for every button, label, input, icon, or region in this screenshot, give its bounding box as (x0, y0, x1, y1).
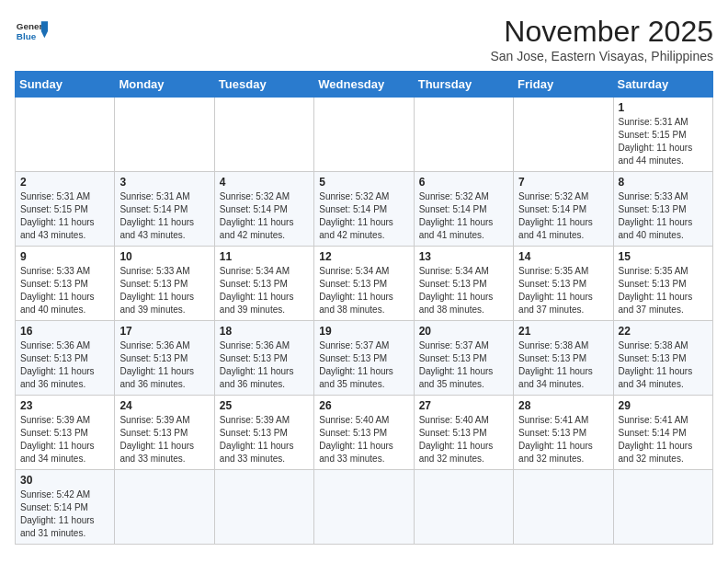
day-info: Sunrise: 5:41 AM Sunset: 5:14 PM Dayligh… (619, 414, 708, 465)
day-info: Sunrise: 5:36 AM Sunset: 5:13 PM Dayligh… (220, 339, 309, 391)
day-number: 2 (20, 176, 109, 189)
calendar-cell (16, 98, 115, 172)
day-info: Sunrise: 5:32 AM Sunset: 5:14 PM Dayligh… (419, 190, 508, 242)
day-number: 4 (220, 176, 309, 189)
logo: General Blue (15, 15, 48, 48)
day-info: Sunrise: 5:37 AM Sunset: 5:13 PM Dayligh… (319, 339, 408, 391)
day-number: 21 (518, 325, 608, 338)
day-number: 14 (518, 250, 608, 263)
calendar-cell: 9Sunrise: 5:33 AM Sunset: 5:13 PM Daylig… (16, 247, 115, 321)
day-number: 9 (20, 250, 109, 263)
svg-text:Blue: Blue (17, 31, 37, 41)
title-area: November 2025 San Jose, Eastern Visayas,… (490, 15, 713, 63)
day-number: 30 (20, 474, 109, 487)
page-header: General Blue November 2025 San Jose, Eas… (15, 15, 713, 63)
calendar-cell: 23Sunrise: 5:39 AM Sunset: 5:13 PM Dayli… (16, 396, 115, 470)
calendar-cell (214, 98, 313, 172)
calendar-cell: 12Sunrise: 5:34 AM Sunset: 5:13 PM Dayli… (314, 247, 414, 321)
calendar-cell: 29Sunrise: 5:41 AM Sunset: 5:14 PM Dayli… (613, 396, 712, 470)
day-info: Sunrise: 5:36 AM Sunset: 5:13 PM Dayligh… (119, 339, 209, 391)
day-number: 22 (619, 325, 708, 338)
header-tuesday: Tuesday (214, 72, 313, 98)
day-number: 1 (619, 101, 708, 114)
calendar-cell: 20Sunrise: 5:37 AM Sunset: 5:13 PM Dayli… (414, 321, 513, 396)
day-info: Sunrise: 5:35 AM Sunset: 5:13 PM Dayligh… (518, 265, 608, 316)
calendar-cell (414, 98, 513, 172)
day-info: Sunrise: 5:36 AM Sunset: 5:13 PM Dayligh… (20, 339, 109, 391)
calendar-cell: 26Sunrise: 5:40 AM Sunset: 5:13 PM Dayli… (314, 396, 414, 470)
header-saturday: Saturday (613, 72, 712, 98)
day-number: 10 (119, 250, 209, 263)
calendar-cell: 30Sunrise: 5:42 AM Sunset: 5:14 PM Dayli… (16, 470, 115, 545)
day-info: Sunrise: 5:32 AM Sunset: 5:14 PM Dayligh… (319, 190, 408, 242)
day-info: Sunrise: 5:32 AM Sunset: 5:14 PM Dayligh… (220, 190, 309, 242)
calendar-cell (314, 98, 414, 172)
calendar-header-row: SundayMondayTuesdayWednesdayThursdayFrid… (16, 72, 713, 98)
day-number: 23 (20, 399, 109, 412)
calendar-table: SundayMondayTuesdayWednesdayThursdayFrid… (15, 71, 713, 545)
calendar-cell: 24Sunrise: 5:39 AM Sunset: 5:13 PM Dayli… (115, 396, 214, 470)
calendar-cell: 4Sunrise: 5:32 AM Sunset: 5:14 PM Daylig… (214, 172, 313, 247)
calendar-cell (514, 98, 613, 172)
day-number: 13 (419, 250, 508, 263)
calendar-cell: 8Sunrise: 5:33 AM Sunset: 5:13 PM Daylig… (613, 172, 712, 247)
svg-marker-3 (41, 31, 48, 38)
calendar-cell: 19Sunrise: 5:37 AM Sunset: 5:13 PM Dayli… (314, 321, 414, 396)
day-info: Sunrise: 5:31 AM Sunset: 5:15 PM Dayligh… (20, 190, 109, 242)
header-wednesday: Wednesday (314, 72, 414, 98)
calendar-cell: 28Sunrise: 5:41 AM Sunset: 5:13 PM Dayli… (514, 396, 613, 470)
calendar-cell (613, 470, 712, 545)
calendar-cell: 3Sunrise: 5:31 AM Sunset: 5:14 PM Daylig… (115, 172, 214, 247)
day-number: 8 (619, 176, 708, 189)
day-info: Sunrise: 5:40 AM Sunset: 5:13 PM Dayligh… (419, 414, 508, 465)
calendar-cell (414, 470, 513, 545)
calendar-week-row: 23Sunrise: 5:39 AM Sunset: 5:13 PM Dayli… (16, 396, 713, 470)
calendar-cell: 11Sunrise: 5:34 AM Sunset: 5:13 PM Dayli… (214, 247, 313, 321)
day-info: Sunrise: 5:34 AM Sunset: 5:13 PM Dayligh… (220, 265, 309, 316)
day-info: Sunrise: 5:39 AM Sunset: 5:13 PM Dayligh… (119, 414, 209, 465)
day-number: 6 (419, 176, 508, 189)
day-info: Sunrise: 5:32 AM Sunset: 5:14 PM Dayligh… (518, 190, 608, 242)
calendar-cell: 15Sunrise: 5:35 AM Sunset: 5:13 PM Dayli… (613, 247, 712, 321)
calendar-cell: 25Sunrise: 5:39 AM Sunset: 5:13 PM Dayli… (214, 396, 313, 470)
calendar-cell: 16Sunrise: 5:36 AM Sunset: 5:13 PM Dayli… (16, 321, 115, 396)
location-subtitle: San Jose, Eastern Visayas, Philippines (490, 49, 713, 63)
calendar-week-row: 2Sunrise: 5:31 AM Sunset: 5:15 PM Daylig… (16, 172, 713, 247)
day-number: 28 (518, 399, 608, 412)
day-number: 20 (419, 325, 508, 338)
month-title: November 2025 (490, 15, 713, 49)
day-number: 15 (619, 250, 708, 263)
calendar-cell (214, 470, 313, 545)
day-number: 5 (319, 176, 408, 189)
day-info: Sunrise: 5:37 AM Sunset: 5:13 PM Dayligh… (419, 339, 508, 391)
day-number: 19 (319, 325, 408, 338)
calendar-week-row: 30Sunrise: 5:42 AM Sunset: 5:14 PM Dayli… (16, 470, 713, 545)
header-sunday: Sunday (16, 72, 115, 98)
day-number: 18 (220, 325, 309, 338)
calendar-cell: 21Sunrise: 5:38 AM Sunset: 5:13 PM Dayli… (514, 321, 613, 396)
calendar-cell: 5Sunrise: 5:32 AM Sunset: 5:14 PM Daylig… (314, 172, 414, 247)
calendar-cell (514, 470, 613, 545)
day-number: 24 (119, 399, 209, 412)
day-info: Sunrise: 5:38 AM Sunset: 5:13 PM Dayligh… (518, 339, 608, 391)
calendar-cell: 17Sunrise: 5:36 AM Sunset: 5:13 PM Dayli… (115, 321, 214, 396)
day-number: 25 (220, 399, 309, 412)
day-number: 16 (20, 325, 109, 338)
calendar-week-row: 9Sunrise: 5:33 AM Sunset: 5:13 PM Daylig… (16, 247, 713, 321)
calendar-cell: 1Sunrise: 5:31 AM Sunset: 5:15 PM Daylig… (613, 98, 712, 172)
day-number: 26 (319, 399, 408, 412)
header-monday: Monday (115, 72, 214, 98)
day-number: 12 (319, 250, 408, 263)
calendar-week-row: 1Sunrise: 5:31 AM Sunset: 5:15 PM Daylig… (16, 98, 713, 172)
day-info: Sunrise: 5:38 AM Sunset: 5:13 PM Dayligh… (619, 339, 708, 391)
day-number: 17 (119, 325, 209, 338)
day-number: 7 (518, 176, 608, 189)
day-info: Sunrise: 5:31 AM Sunset: 5:15 PM Dayligh… (619, 116, 708, 167)
calendar-cell (115, 470, 214, 545)
day-info: Sunrise: 5:34 AM Sunset: 5:13 PM Dayligh… (419, 265, 508, 316)
calendar-cell: 27Sunrise: 5:40 AM Sunset: 5:13 PM Dayli… (414, 396, 513, 470)
day-info: Sunrise: 5:31 AM Sunset: 5:14 PM Dayligh… (119, 190, 209, 242)
calendar-cell: 6Sunrise: 5:32 AM Sunset: 5:14 PM Daylig… (414, 172, 513, 247)
calendar-cell: 10Sunrise: 5:33 AM Sunset: 5:13 PM Dayli… (115, 247, 214, 321)
day-info: Sunrise: 5:41 AM Sunset: 5:13 PM Dayligh… (518, 414, 608, 465)
